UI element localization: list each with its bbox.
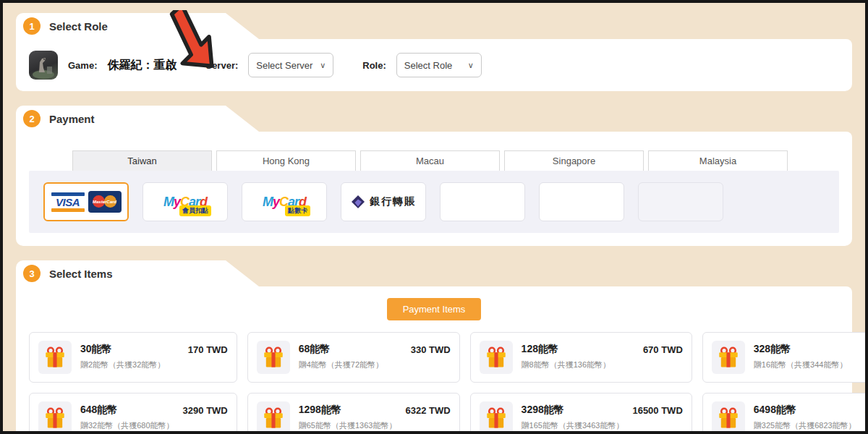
bank-transfer-label: 銀行轉賬 [370,195,416,208]
payment-method-empty-1[interactable] [440,182,525,221]
item-card[interactable]: 128能幣 贈8能幣（共獲136能幣） 670 TWD [470,332,692,383]
role-select[interactable]: Select Role ∨ [396,53,482,77]
item-card[interactable]: 3298能幣 贈165能幣（共獲3463能幣） 16500 TWD [470,393,692,434]
payment-method-mycard-member[interactable]: MyCard 會員扣點 [142,182,228,221]
item-price: 6322 TWD [405,401,450,434]
section-select-role: 1 Select Role Game: 侏羅紀：重啟 Server: Selec… [16,13,852,91]
item-bonus: 贈16能幣（共獲344能幣） [754,359,861,370]
payment-methods-strip: VISA MasterCard MyCard 會員扣點 [29,171,839,233]
payment-method-empty-2[interactable] [539,182,624,221]
item-title: 1298能幣 [299,404,397,417]
payment-items-button[interactable]: Payment Items [387,298,482,320]
items-grid: 30能幣 贈2能幣（共獲32能幣） 170 TWD 68能幣 贈4能幣（共獲72… [29,332,839,434]
gift-icon [712,341,745,374]
payment-method-empty-3[interactable] [638,182,723,221]
item-title: 68能幣 [299,343,402,356]
item-bonus: 贈8能幣（共獲136能幣） [522,359,634,370]
tab-malaysia[interactable]: Malaysia [648,150,788,171]
visa-logo: VISA [51,192,85,212]
item-title: 30能幣 [80,343,179,356]
item-price: 33000 TWD [865,401,868,434]
payment-tab: 2 Payment [16,106,226,132]
mycard-logo: MyCard 會員扣點 [163,195,207,210]
item-card[interactable]: 6498能幣 贈325能幣（共獲6823能幣） 33000 TWD [702,393,868,434]
item-price: 3290 TWD [183,401,228,434]
item-card[interactable]: 68能幣 贈4能幣（共獲72能幣） 330 TWD [247,332,460,383]
select-items-tab: 3 Select Items [16,260,226,286]
item-bonus: 贈165能幣（共獲3463能幣） [522,420,624,431]
server-select-value: Select Server [256,60,312,71]
mastercard-logo: MasterCard [88,191,122,213]
section-payment: 2 Payment Taiwan Hong Kong Macau Singapo… [16,106,852,246]
item-bonus: 贈325能幣（共獲6823能幣） [754,420,856,431]
item-title: 128能幣 [522,343,634,356]
step-1-badge: 1 [23,17,41,35]
gift-icon [712,401,745,434]
item-price: 16500 TWD [632,401,682,434]
item-card[interactable]: 1298能幣 贈65能幣（共獲1363能幣） 6322 TWD [247,393,460,434]
mycard-member-badge: 會員扣點 [179,205,211,216]
tab-hong-kong[interactable]: Hong Kong [216,150,356,171]
mycard-points-badge: 點數卡 [285,205,310,216]
payment-title: Payment [49,113,95,125]
item-title: 6498能幣 [754,404,856,417]
item-price: 330 TWD [411,341,451,374]
payment-method-mycard-points[interactable]: MyCard 點數卡 [242,182,327,221]
gift-icon [38,341,72,374]
bank-logo-icon [351,195,365,209]
select-role-title: Select Role [49,20,108,33]
step-2-badge: 2 [23,110,41,127]
role-label: Role: [362,60,386,71]
item-title: 648能幣 [80,404,174,417]
step-3-badge: 3 [23,265,41,282]
payment-method-bank-transfer[interactable]: 銀行轉賬 [341,182,426,221]
item-title: 3298能幣 [522,404,624,417]
mycard-logo: MyCard 點數卡 [263,195,306,210]
chevron-down-icon: ∨ [320,61,326,70]
section-select-items: 3 Select Items Payment Items 30能幣 贈2能幣（共… [16,260,852,434]
tab-singapore[interactable]: Singapore [504,150,644,171]
server-select[interactable]: Select Server ∨ [248,53,333,77]
game-icon [29,51,58,80]
item-bonus: 贈65能幣（共獲1363能幣） [299,420,397,431]
red-arrow-annotation [150,10,236,77]
item-price: 670 TWD [643,341,683,374]
gift-icon [257,401,290,434]
tab-taiwan[interactable]: Taiwan [72,150,212,171]
item-bonus: 贈4能幣（共獲72能幣） [299,359,402,370]
chevron-down-icon: ∨ [468,61,474,70]
item-bonus: 贈32能幣（共獲680能幣） [80,420,174,431]
tab-macau[interactable]: Macau [360,150,500,171]
gift-icon [38,401,72,434]
country-tabs: Taiwan Hong Kong Macau Singapore Malaysi… [16,150,852,171]
role-select-value: Select Role [404,60,452,71]
item-bonus: 贈2能幣（共獲32能幣） [80,359,179,370]
gift-icon [480,341,513,374]
payment-method-visa-mastercard[interactable]: VISA MasterCard [43,182,129,221]
gift-icon [257,341,290,374]
gift-icon [480,401,513,434]
item-title: 328能幣 [754,343,861,356]
item-card[interactable]: 648能幣 贈32能幣（共獲680能幣） 3290 TWD [29,393,237,434]
game-label: Game: [68,60,97,71]
select-items-title: Select Items [49,268,113,280]
item-card[interactable]: 30能幣 贈2能幣（共獲32能幣） 170 TWD [29,332,237,383]
item-price: 170 TWD [188,341,228,374]
item-card[interactable]: 328能幣 贈16能幣（共獲344能幣） 1690 TWD [702,332,868,383]
